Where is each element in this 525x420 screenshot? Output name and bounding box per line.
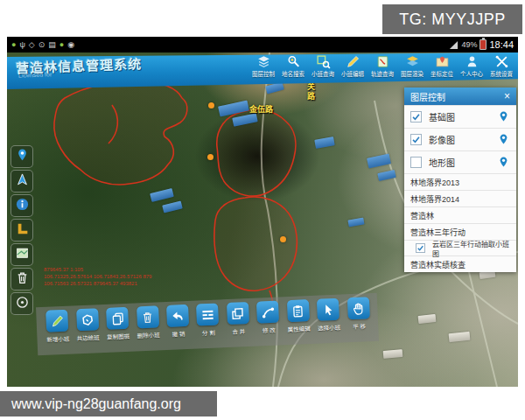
- green-dot-icon: ●: [11, 41, 16, 49]
- edit-tool-2[interactable]: 共边绘班: [74, 308, 102, 342]
- side-tool-info[interactable]: [10, 194, 33, 217]
- edit-tool-7[interactable]: 合 并: [224, 302, 253, 336]
- top-tool-1[interactable]: 图层控制: [248, 53, 278, 78]
- track-query-icon: [374, 53, 390, 69]
- locate-pin-icon: [15, 148, 30, 166]
- top-tool-label: 图层控制: [252, 69, 275, 77]
- side-tool-gps-locate[interactable]: [10, 145, 33, 168]
- place-search-icon: [285, 53, 301, 69]
- top-tool-label: 个人中心: [460, 69, 483, 77]
- edit-tool-label: 选择小班: [318, 323, 340, 332]
- plot-query-icon: [315, 53, 331, 69]
- layer-label: 地形图: [429, 156, 455, 169]
- edit-tool-5[interactable]: 撤 销: [164, 304, 192, 339]
- close-icon[interactable]: ×: [504, 91, 510, 102]
- android-status-bar: ●ψ◇⊙▤●◉ 49% 18:44: [7, 37, 518, 52]
- layer-row-2[interactable]: 影像图: [404, 128, 516, 150]
- layer-row-5[interactable]: 林地落界2014: [404, 190, 516, 206]
- layer-row-6[interactable]: 营造林: [404, 206, 516, 223]
- side-tool-navigate[interactable]: [10, 170, 33, 192]
- usb-icon: ψ: [19, 41, 24, 49]
- layer-label: 影像图: [429, 133, 455, 146]
- layer-panel-header: 图层控制 ×: [404, 88, 516, 105]
- top-tool-6[interactable]: 图层渲染: [397, 53, 427, 78]
- layer-locate-pin-icon[interactable]: [497, 156, 510, 169]
- orange-marker-dot[interactable]: [207, 154, 214, 160]
- layer-row-8[interactable]: 云岩区三年行动抽取小班图: [404, 240, 516, 256]
- layer-label: 营造林三年行动: [410, 227, 466, 238]
- edit-tool-label: 共边绘班: [76, 332, 99, 342]
- top-tool-8[interactable]: 个人中心: [457, 53, 486, 78]
- road-label: 关路: [305, 82, 317, 102]
- top-tool-4[interactable]: 小班编辑: [338, 53, 368, 78]
- edit-tool-label: 分 割: [202, 328, 215, 338]
- checkbox-checked[interactable]: [416, 243, 425, 253]
- checkbox[interactable]: [410, 157, 422, 168]
- side-tool-center-target[interactable]: [10, 292, 33, 315]
- layer-row-3[interactable]: 地形图: [404, 150, 516, 173]
- top-tool-label: 地名搜索: [282, 69, 304, 77]
- orange-marker-dot[interactable]: [280, 236, 286, 242]
- side-tool-basemap[interactable]: [10, 243, 33, 266]
- trash-icon: [15, 270, 30, 289]
- layer-row-4[interactable]: 林地落界2013: [404, 173, 516, 190]
- edit-tool-label: 修 改: [262, 326, 276, 335]
- split-icon: [197, 303, 220, 326]
- clipboard-icon: [287, 299, 310, 322]
- layer-row-9[interactable]: 营造林实绩核查: [404, 256, 516, 272]
- top-tool-3[interactable]: 小班查询: [308, 53, 338, 78]
- layer-panel-title: 图层控制: [410, 90, 445, 103]
- layer-locate-pin-icon[interactable]: [497, 110, 510, 123]
- edit-tool-1[interactable]: 新增小班: [43, 310, 72, 344]
- edit-tool-6[interactable]: 分 割: [193, 303, 222, 337]
- target-icon: [15, 295, 30, 313]
- user-icon: [464, 53, 480, 69]
- file-icon: ▤: [48, 41, 56, 49]
- bottom-watermark-text: www.vip-ng28guanfang.org: [11, 396, 181, 412]
- orange-marker-dot[interactable]: [208, 102, 214, 108]
- building-roof: [383, 349, 403, 359]
- layer-row-1[interactable]: 基础图: [404, 105, 516, 128]
- map-canvas[interactable]: 金伍路关路 879645.37 1:105106.71325,26.57614 …: [7, 52, 518, 387]
- layer-label: 林地落界2013: [410, 177, 459, 188]
- layer-label: 林地落界2014: [410, 193, 459, 205]
- top-tool-label: 小班查询: [312, 69, 334, 77]
- map-annotation-text: 879645.37 1:105106.71325,26.57614 106.71…: [44, 266, 151, 287]
- edit-tool-label: 属性编辑: [287, 324, 310, 333]
- checkbox-checked[interactable]: [410, 134, 422, 145]
- side-tool-measure[interactable]: [10, 219, 33, 242]
- node-curve-icon: [256, 301, 279, 324]
- green-pencil-icon: [46, 310, 68, 332]
- compass-icon: ◉: [67, 41, 74, 49]
- edit-tool-11[interactable]: 平 移: [344, 297, 373, 331]
- coordinate-locate-icon: [434, 53, 450, 69]
- top-tool-9[interactable]: 系统设置: [486, 53, 516, 78]
- trash-icon: [136, 305, 159, 328]
- top-toolbar: 图层控制地名搜索小班查询小班编辑轨迹查询图层渲染坐标定位个人中心系统设置: [248, 53, 516, 78]
- side-tool-delete[interactable]: [10, 268, 33, 290]
- top-tool-7[interactable]: 坐标定位: [427, 53, 457, 78]
- layer-row-7[interactable]: 营造林三年行动: [404, 223, 516, 240]
- top-tool-5[interactable]: 轨迹查询: [368, 53, 397, 78]
- basemap-icon: [15, 246, 30, 264]
- edit-tool-4[interactable]: 删除小班: [133, 305, 162, 340]
- layer-locate-pin-icon[interactable]: [497, 133, 510, 146]
- measure-icon: [15, 221, 30, 240]
- alarm-icon: ⊙: [38, 41, 46, 49]
- layer-render-icon: [404, 53, 420, 69]
- battery-icon: [480, 39, 486, 50]
- edit-tool-label: 平 移: [353, 321, 366, 331]
- map-side-toolbar: [10, 145, 33, 315]
- top-tool-label: 图层渲染: [401, 69, 424, 77]
- merge-icon: [227, 302, 249, 325]
- top-watermark-text: TG: MYYJJPP: [399, 10, 506, 29]
- edit-tool-9[interactable]: 属性编辑: [284, 299, 313, 333]
- checkbox-checked[interactable]: [410, 111, 422, 122]
- edit-tool-label: 合 并: [232, 326, 245, 336]
- edit-tool-3[interactable]: 复制图斑: [103, 307, 132, 341]
- edit-tool-8[interactable]: 修 改: [254, 300, 283, 334]
- top-tool-2[interactable]: 地名搜索: [278, 53, 308, 78]
- edit-tool-10[interactable]: 选择小班: [314, 298, 343, 332]
- top-watermark: TG: MYYJJPP: [382, 4, 522, 34]
- undo-icon: [166, 304, 189, 327]
